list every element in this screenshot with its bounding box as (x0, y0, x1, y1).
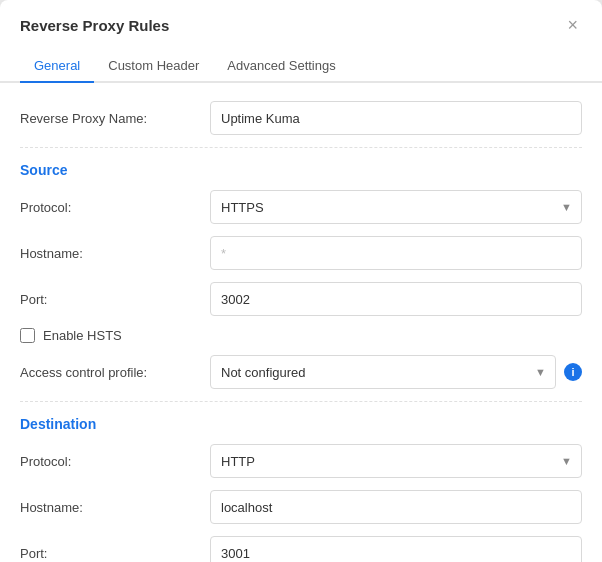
dest-port-row: Port: (20, 536, 582, 562)
source-port-input[interactable] (210, 282, 582, 316)
proxy-name-input[interactable] (210, 101, 582, 135)
dest-port-label: Port: (20, 546, 210, 561)
dest-protocol-select[interactable]: HTTP HTTPS (210, 444, 582, 478)
source-protocol-select-wrapper: HTTPS HTTP ▼ (210, 190, 582, 224)
source-hostname-input[interactable] (210, 236, 582, 270)
access-control-select[interactable]: Not configured (210, 355, 556, 389)
divider-destination (20, 401, 582, 402)
modal-header: Reverse Proxy Rules × (0, 0, 602, 36)
proxy-name-row: Reverse Proxy Name: (20, 101, 582, 135)
tab-general[interactable]: General (20, 50, 94, 83)
access-control-info-icon[interactable]: i (564, 363, 582, 381)
modal-body: Reverse Proxy Name: Source Protocol: HTT… (0, 83, 602, 562)
source-hostname-label: Hostname: (20, 246, 210, 261)
tab-custom-header[interactable]: Custom Header (94, 50, 213, 83)
access-select-inner: Not configured ▼ (210, 355, 556, 389)
modal: Reverse Proxy Rules × General Custom Hea… (0, 0, 602, 562)
source-port-label: Port: (20, 292, 210, 307)
enable-hsts-label[interactable]: Enable HSTS (43, 328, 122, 343)
destination-section-title: Destination (20, 416, 582, 432)
source-hostname-row: Hostname: (20, 236, 582, 270)
enable-hsts-checkbox[interactable] (20, 328, 35, 343)
dest-hostname-input[interactable] (210, 490, 582, 524)
dest-protocol-select-wrapper: HTTP HTTPS ▼ (210, 444, 582, 478)
divider-source (20, 147, 582, 148)
modal-title: Reverse Proxy Rules (20, 17, 169, 34)
dest-protocol-label: Protocol: (20, 454, 210, 469)
access-control-select-wrapper: Not configured ▼ i (210, 355, 582, 389)
enable-hsts-row: Enable HSTS (20, 328, 582, 343)
tab-bar: General Custom Header Advanced Settings (0, 40, 602, 83)
access-control-row: Access control profile: Not configured ▼… (20, 355, 582, 389)
source-port-row: Port: (20, 282, 582, 316)
source-protocol-label: Protocol: (20, 200, 210, 215)
source-protocol-row: Protocol: HTTPS HTTP ▼ (20, 190, 582, 224)
dest-hostname-label: Hostname: (20, 500, 210, 515)
dest-port-input[interactable] (210, 536, 582, 562)
dest-hostname-row: Hostname: (20, 490, 582, 524)
access-control-label: Access control profile: (20, 365, 210, 380)
tab-advanced-settings[interactable]: Advanced Settings (213, 50, 349, 83)
dest-protocol-row: Protocol: HTTP HTTPS ▼ (20, 444, 582, 478)
source-protocol-select[interactable]: HTTPS HTTP (210, 190, 582, 224)
source-section-title: Source (20, 162, 582, 178)
close-button[interactable]: × (563, 14, 582, 36)
proxy-name-label: Reverse Proxy Name: (20, 111, 210, 126)
